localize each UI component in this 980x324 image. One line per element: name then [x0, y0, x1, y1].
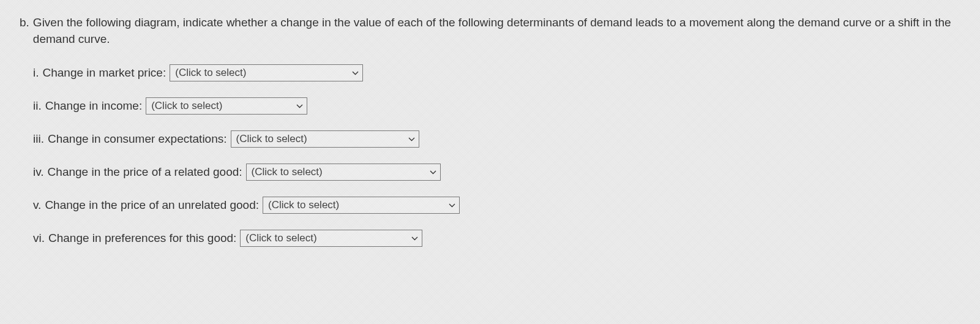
- item-label: Change in market price:: [43, 65, 166, 81]
- select-preferences[interactable]: (Click to select): [240, 230, 422, 247]
- question-marker: b.: [20, 15, 29, 47]
- select-placeholder: (Click to select): [252, 165, 425, 179]
- item-marker: vi.: [33, 230, 45, 247]
- select-placeholder: (Click to select): [151, 99, 291, 113]
- select-related-good[interactable]: (Click to select): [246, 164, 441, 181]
- select-income[interactable]: (Click to select): [146, 97, 307, 115]
- question-item-2: ii. Change in income: (Click to select): [33, 97, 960, 115]
- select-placeholder: (Click to select): [268, 198, 444, 213]
- question-item-6: vi. Change in preferences for this good:…: [33, 230, 960, 247]
- item-marker: ii.: [33, 98, 42, 115]
- chevron-down-icon: [296, 104, 303, 108]
- select-expectations[interactable]: (Click to select): [231, 130, 419, 148]
- select-market-price[interactable]: (Click to select): [170, 64, 363, 81]
- question-item-4: iv. Change in the price of a related goo…: [33, 164, 960, 181]
- select-unrelated-good[interactable]: (Click to select): [263, 197, 460, 214]
- item-label: Change in the price of a related good:: [48, 164, 242, 181]
- chevron-down-icon: [430, 170, 436, 175]
- question-item-5: v. Change in the price of an unrelated g…: [33, 197, 960, 214]
- item-label: Change in the price of an unrelated good…: [45, 197, 259, 214]
- chevron-down-icon: [352, 71, 359, 75]
- question-intro: b. Given the following diagram, indicate…: [20, 15, 960, 47]
- item-label: Change in income:: [45, 98, 142, 115]
- question-item-3: iii. Change in consumer expectations: (C…: [33, 130, 960, 148]
- item-marker: iii.: [33, 131, 44, 148]
- item-label: Change in consumer expectations:: [48, 131, 227, 148]
- item-label: Change in preferences for this good:: [48, 230, 236, 247]
- chevron-down-icon: [449, 203, 455, 208]
- question-item-1: i. Change in market price: (Click to sel…: [33, 64, 960, 81]
- chevron-down-icon: [411, 236, 418, 241]
- select-placeholder: (Click to select): [236, 132, 403, 146]
- item-marker: iv.: [33, 164, 44, 181]
- select-placeholder: (Click to select): [175, 66, 347, 80]
- question-text: Given the following diagram, indicate wh…: [33, 15, 960, 47]
- chevron-down-icon: [408, 137, 415, 141]
- item-marker: v.: [33, 197, 41, 214]
- select-placeholder: (Click to select): [245, 231, 406, 246]
- item-marker: i.: [33, 65, 39, 81]
